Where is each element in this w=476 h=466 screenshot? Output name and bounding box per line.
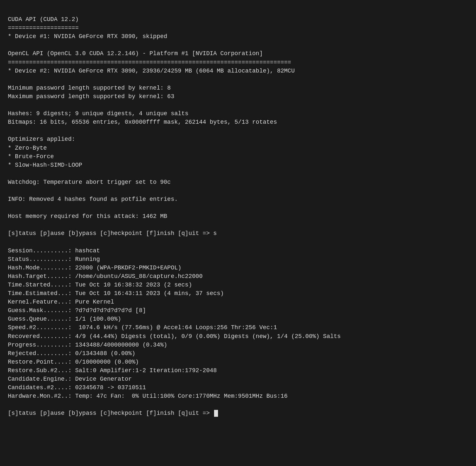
max-pass: Maximum password length supported by ker… (8, 92, 468, 101)
prompt2: [s]tatus [p]ause [b]ypass [c]heckpoint [… (8, 409, 468, 417)
guess-queue: Guess.Queue......: 1/1 (100.00%) (8, 315, 468, 323)
terminal-window: CUDA API (CUDA 12.2)====================… (8, 7, 468, 418)
min-pass: Minimum password length supported by ker… (8, 84, 468, 92)
restore-sub: Restore.Sub.#2...: Salt:0 Amplifier:1-2 … (8, 366, 468, 375)
cuda-separator: ==================== (8, 24, 468, 32)
optimizers: Optimizers applied: (8, 135, 468, 143)
blank10 (8, 400, 468, 409)
speed: Speed.#2.........: 1074.6 kH/s (77.56ms)… (8, 323, 468, 332)
blank3 (8, 101, 468, 109)
terminal-cursor (214, 410, 218, 417)
opencl-separator: ========================================… (8, 58, 468, 67)
status: Status...........: Running (8, 255, 468, 264)
rejected: Rejected.........: 0/1343488 (0.00%) (8, 349, 468, 358)
guess-mask: Guess.Mask.......: ?d?d?d?d?d?d?d?d [8] (8, 306, 468, 315)
blank6 (8, 186, 468, 195)
blank4 (8, 126, 468, 135)
cuda-device: * Device #1: NVIDIA GeForce RTX 3090, sk… (8, 32, 468, 41)
opencl-api-title: OpenCL API (OpenCL 3.0 CUDA 12.2.146) - … (8, 49, 468, 58)
blank8 (8, 221, 468, 229)
session: Session..........: hashcat (8, 246, 468, 255)
progress: Progress.........: 1343488/4000000000 (0… (8, 341, 468, 349)
hashes: Hashes: 9 digests; 9 unique digests, 4 u… (8, 109, 468, 118)
blank7 (8, 203, 468, 212)
opt1: * Zero-Byte (8, 144, 468, 152)
watchdog: Watchdog: Temperature abort trigger set … (8, 178, 468, 186)
blank5 (8, 169, 468, 178)
opencl-device: * Device #2: NVIDIA GeForce RTX 3090, 23… (8, 67, 468, 75)
kernel-feature: Kernel.Feature...: Pure Kernel (8, 298, 468, 306)
host-mem: Host memory required for this attack: 14… (8, 212, 468, 221)
blank9 (8, 238, 468, 246)
blank1 (8, 41, 468, 49)
opt3: * Slow-Hash-SIMD-LOOP (8, 161, 468, 169)
blank2 (8, 75, 468, 84)
time-estimated: Time.Estimated...: Tue Oct 10 16:43:11 2… (8, 289, 468, 298)
hardware-mon: Hardware.Mon.#2..: Temp: 47c Fan: 0% Uti… (8, 392, 468, 400)
bitmaps: Bitmaps: 16 bits, 65536 entries, 0x0000f… (8, 118, 468, 126)
candidate-engine: Candidate.Engine.: Device Generator (8, 375, 468, 383)
info-removed: INFO: Removed 4 hashes found as potfile … (8, 195, 468, 203)
candidates: Candidates.#2....: 02345678 -> 03710511 (8, 383, 468, 392)
hash-target: Hash.Target......: /home/ubuntu/ASUS_88/… (8, 272, 468, 281)
recovered: Recovered........: 4/9 (44.44%) Digests … (8, 332, 468, 341)
cuda-api-title: CUDA API (CUDA 12.2) (8, 15, 468, 24)
restore-point: Restore.Point....: 0/10000000 (0.00%) (8, 358, 468, 366)
hash-mode: Hash.Mode........: 22000 (WPA-PBKDF2-PMK… (8, 264, 468, 272)
time-started: Time.Started.....: Tue Oct 10 16:38:32 2… (8, 281, 468, 289)
opt2: * Brute-Force (8, 152, 468, 161)
prompt1: [s]tatus [p]ause [b]ypass [c]heckpoint [… (8, 229, 468, 238)
